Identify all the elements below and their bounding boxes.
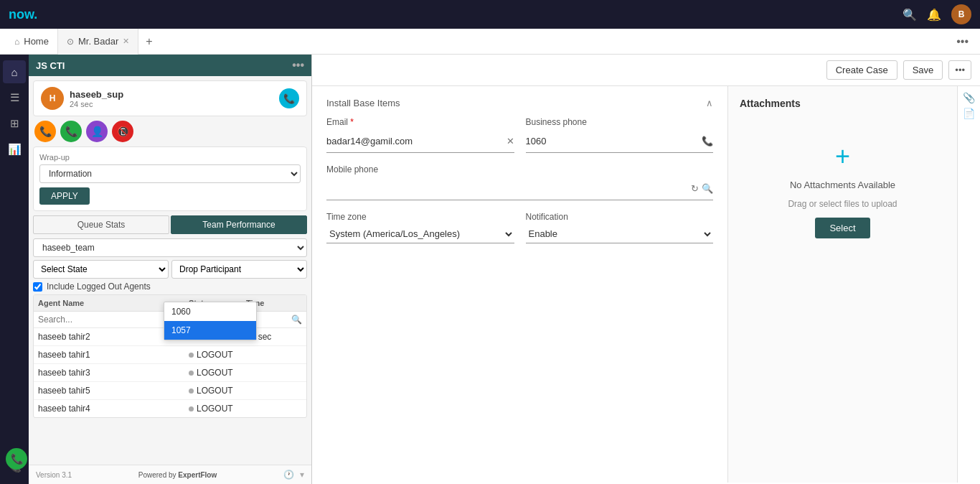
call-button[interactable]: 📞 [279, 88, 299, 108]
home-icon: ⌂ [14, 37, 19, 47]
notification-label: Notification [526, 212, 714, 222]
bell-icon[interactable]: 🔔 [927, 8, 941, 22]
tab-home[interactable]: ⌂ Home [6, 29, 58, 55]
hold-button[interactable]: 📞 [60, 121, 82, 142]
state-row: Select State Available Busy Away Drop Pa… [33, 260, 307, 279]
more-actions-button[interactable]: ••• [948, 60, 971, 80]
select-files-button[interactable]: Select [815, 218, 870, 238]
attachments-empty-state: + No Attachments Available Drag or selec… [740, 121, 946, 260]
participant-select[interactable]: Drop Participant 1060 1057 [171, 260, 307, 279]
action-buttons-row: 📞 📞 👤 📵 [34, 121, 306, 142]
search-phone-icon[interactable]: 🔍 [702, 183, 713, 194]
state-select[interactable]: Select State Available Busy Away [33, 260, 169, 279]
table-row: haseeb tahir5 LOGOUT [34, 382, 306, 400]
no-attachments-text: No Attachments Available [790, 180, 895, 190]
state-cell: LOGOUT [184, 382, 242, 399]
cti-more-icon[interactable]: ••• [292, 59, 304, 72]
business-phone-label: Business phone [526, 117, 714, 127]
agent-name-cell: haseeb tahir5 [34, 382, 184, 399]
action-cell [292, 333, 306, 340]
version-text: Version 3.1 [36, 471, 72, 479]
user-avatar[interactable]: B [951, 4, 971, 24]
participant-option-1057[interactable]: 1057 [164, 321, 256, 340]
agent-name: haseeb_sup [70, 89, 123, 100]
top-nav: now. 🔍 🔔 B [0, 0, 980, 29]
wrapup-select[interactable]: Information Complaint Follow-up [39, 164, 301, 183]
create-case-button[interactable]: Create Case [826, 60, 897, 80]
phone-fab-button[interactable]: 📞 [6, 448, 27, 470]
team-select[interactable]: haseeb_team team_a team_b [33, 238, 307, 257]
attachments-panel: Attachments + No Attachments Available D… [727, 86, 957, 483]
agent-card: H haseeb_sup 24 sec 📞 [33, 80, 307, 116]
agent-name-cell: haseeb tahir4 [34, 400, 184, 417]
mobile-phone-label: Mobile phone [326, 164, 713, 174]
agent-name-cell: haseeb tahir3 [34, 364, 184, 381]
sidebar-home-icon[interactable]: ⌂ [3, 60, 26, 83]
agent-details: haseeb_sup 24 sec [70, 89, 123, 108]
hangup-button[interactable]: 📵 [112, 121, 133, 142]
sidebar-menu-icon[interactable]: ☰ [3, 86, 26, 109]
paperclip-icon[interactable]: 📎 [963, 92, 975, 103]
search-icon[interactable]: 🔍 [903, 8, 917, 22]
tab-mr-badar[interactable]: ⊙ Mr. Badar ✕ [58, 29, 138, 55]
team-dropdown-container: haseeb_team team_a team_b [33, 238, 307, 257]
drag-drop-text: Drag or select files to upload [788, 199, 897, 209]
action-cell [292, 351, 306, 358]
queue-stats-tab[interactable]: Queue Stats [33, 215, 169, 234]
main-layout: ⌂ ☰ ⊞ 📊 📞 JS CTI ••• H haseeb_sup 24 sec… [0, 55, 980, 484]
sidebar-pages-icon[interactable]: ⊞ [3, 112, 26, 135]
cti-title: JS CTI [36, 60, 65, 71]
time-cell [242, 369, 292, 376]
form-grid-2: Time zone System (America/Los_Angeles) N… [326, 212, 713, 243]
state-cell: LOGOUT [184, 400, 242, 417]
mobile-phone-input[interactable] [326, 180, 688, 197]
phone-icon[interactable]: 📞 [702, 136, 713, 146]
transfer-button[interactable]: 📞 [34, 121, 56, 142]
refresh-icon[interactable]: ↻ [691, 183, 699, 194]
team-performance-tab[interactable]: Team Performance [171, 215, 307, 234]
save-button[interactable]: Save [903, 60, 943, 80]
time-cell [242, 405, 292, 412]
time-cell [242, 351, 292, 358]
tab-bar: ⌂ Home ⊙ Mr. Badar ✕ + ••• [0, 29, 980, 55]
mobile-phone-field: Mobile phone ↻ 🔍 [326, 164, 713, 200]
tab-home-label: Home [24, 36, 49, 47]
apply-button[interactable]: APPLY [39, 187, 90, 205]
attachments-title: Attachments [740, 98, 946, 109]
tab-add-button[interactable]: + [138, 35, 159, 48]
conference-button[interactable]: 👤 [86, 121, 108, 142]
participant-option-1060[interactable]: 1060 [164, 302, 256, 321]
timezone-label: Time zone [326, 212, 514, 222]
table-row: haseeb tahir3 LOGOUT [34, 364, 306, 382]
top-nav-right: 🔍 🔔 B [903, 4, 971, 24]
mobile-phone-input-wrapper: ↻ 🔍 [326, 177, 713, 200]
form-section: Install Base Items ∧ Email * ✕ [312, 86, 727, 483]
cti-header: JS CTI ••• [29, 55, 311, 76]
state-cell: LOGOUT [184, 364, 242, 381]
chevron-down-icon[interactable]: ▾ [300, 470, 304, 480]
tab-more-button[interactable]: ••• [951, 35, 974, 48]
tab-close-icon[interactable]: ✕ [123, 37, 129, 46]
timezone-select[interactable]: System (America/Los_Angeles) [326, 225, 514, 243]
col-agent-name: Agent Name [34, 295, 184, 311]
status-dot-logout [189, 371, 194, 376]
include-loggedout-checkbox[interactable] [33, 282, 42, 292]
cti-footer: Version 3.1 Powered by ExpertFlow 🕐 ▾ [29, 465, 311, 484]
email-input[interactable] [326, 133, 504, 149]
business-phone-input[interactable] [526, 133, 699, 149]
clock-icon[interactable]: 🕐 [283, 470, 294, 480]
document-icon[interactable]: 📄 [963, 108, 975, 119]
sidebar-chart-icon[interactable]: 📊 [3, 138, 26, 161]
email-clear-icon[interactable]: ✕ [507, 136, 514, 146]
notification-select[interactable]: Enable Disable [526, 225, 714, 243]
wrapup-section: Wrap-up Information Complaint Follow-up … [33, 146, 307, 211]
content-toolbar: Create Case Save ••• [312, 55, 980, 86]
search-icon-small: 🔍 [291, 315, 302, 325]
time-cell [242, 387, 292, 394]
agent-info: H haseeb_sup 24 sec [41, 87, 123, 110]
cti-panel: JS CTI ••• H haseeb_sup 24 sec 📞 📞 📞 [29, 55, 312, 484]
add-attachment-icon[interactable]: + [829, 142, 857, 171]
section-title-text: Install Base Items [326, 98, 400, 108]
collapse-icon[interactable]: ∧ [706, 98, 713, 108]
status-dot-logout [189, 388, 194, 394]
